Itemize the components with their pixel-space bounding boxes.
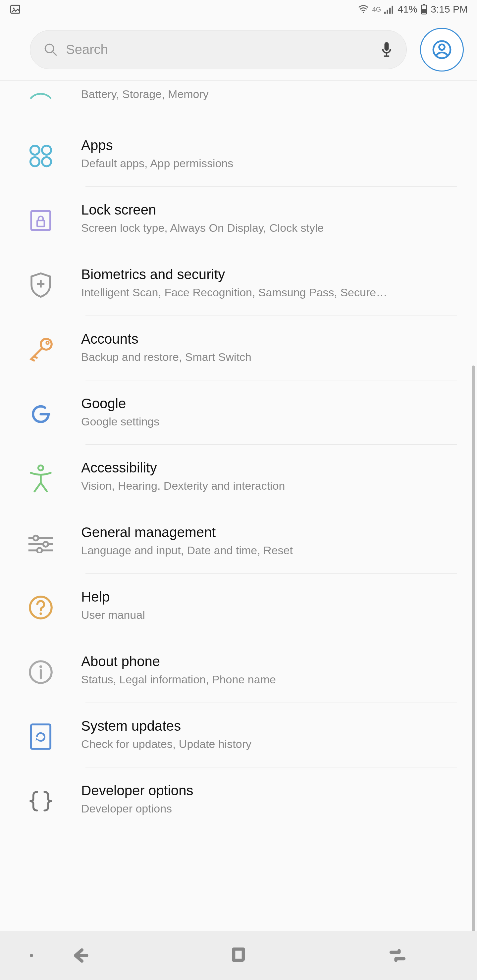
- svg-point-33: [43, 542, 48, 547]
- recents-button[interactable]: [318, 946, 477, 965]
- item-subtitle: Google settings: [81, 414, 437, 430]
- search-icon: [43, 42, 58, 57]
- settings-item-biometrics[interactable]: Biometrics and security Intelligent Scan…: [0, 251, 477, 315]
- svg-line-11: [53, 51, 56, 55]
- settings-item-system-updates[interactable]: System updates Check for updates, Update…: [0, 703, 477, 767]
- item-subtitle: Screen lock type, Always On Display, Clo…: [81, 221, 437, 236]
- svg-point-19: [30, 157, 39, 166]
- info-icon: [27, 659, 54, 686]
- settings-item-apps[interactable]: Apps Default apps, App permissions: [0, 122, 477, 186]
- item-title: Biometrics and security: [81, 267, 437, 282]
- svg-point-2: [362, 12, 364, 13]
- help-icon: [27, 594, 54, 621]
- clock-label: 3:15 PM: [431, 4, 468, 15]
- svg-rect-6: [392, 6, 394, 14]
- item-title: Help: [81, 589, 437, 605]
- signal-icon: [384, 5, 394, 14]
- apps-icon: [27, 142, 54, 170]
- gallery-icon: [9, 3, 21, 15]
- svg-point-18: [42, 146, 51, 154]
- back-button[interactable]: [0, 946, 159, 965]
- item-title: Google: [81, 396, 437, 412]
- battery-percent: 41%: [397, 4, 417, 15]
- item-title: Developer options: [81, 783, 437, 799]
- device-care-icon: [27, 81, 54, 108]
- svg-rect-41: [31, 724, 50, 749]
- scrollbar[interactable]: [472, 366, 475, 980]
- item-subtitle: Status, Legal information, Phone name: [81, 672, 437, 687]
- svg-rect-8: [423, 4, 425, 5]
- nav-dot: [30, 954, 33, 957]
- item-title: Apps: [81, 137, 437, 153]
- wifi-icon: [358, 4, 369, 14]
- item-subtitle: Battery, Storage, Memory: [81, 87, 437, 102]
- item-title: Lock screen: [81, 202, 437, 218]
- item-subtitle: User manual: [81, 608, 437, 623]
- settings-item-help[interactable]: Help User manual: [0, 574, 477, 638]
- settings-item-lock-screen[interactable]: Lock screen Screen lock type, Always On …: [0, 187, 477, 251]
- item-subtitle: Backup and restore, Smart Switch: [81, 350, 437, 365]
- accessibility-icon: [27, 465, 54, 492]
- item-subtitle: Developer options: [81, 801, 437, 816]
- settings-item-google[interactable]: Google Google settings: [0, 380, 477, 445]
- item-subtitle: Vision, Hearing, Dexterity and interacti…: [81, 479, 437, 494]
- svg-rect-5: [389, 8, 391, 14]
- svg-point-28: [38, 466, 43, 471]
- settings-item-about-phone[interactable]: About phone Status, Legal information, P…: [0, 638, 477, 703]
- svg-rect-3: [384, 12, 386, 14]
- item-subtitle: Intelligent Scan, Face Recognition, Sams…: [81, 285, 437, 300]
- nav-bar: [0, 931, 477, 980]
- settings-item-general-management[interactable]: General management Language and input, D…: [0, 509, 477, 573]
- svg-point-1: [13, 8, 14, 9]
- item-subtitle: Check for updates, Update history: [81, 737, 437, 752]
- svg-point-39: [39, 665, 42, 668]
- sliders-icon: [27, 530, 54, 557]
- item-subtitle: Language and input, Date and time, Reset: [81, 543, 437, 558]
- google-icon: [27, 401, 54, 428]
- mic-icon[interactable]: [380, 41, 393, 58]
- lock-screen-icon: [27, 207, 54, 234]
- svg-point-16: [439, 44, 445, 50]
- svg-rect-12: [384, 42, 389, 51]
- braces-icon: [27, 788, 54, 815]
- svg-point-20: [42, 157, 51, 166]
- settings-item-accessibility[interactable]: Accessibility Vision, Hearing, Dexterity…: [0, 445, 477, 509]
- settings-item-device-care[interactable]: Battery, Storage, Memory: [0, 81, 477, 122]
- network-type-label: 4G: [372, 6, 381, 13]
- item-title: About phone: [81, 654, 437, 670]
- svg-point-37: [40, 612, 42, 615]
- battery-icon: [421, 4, 427, 14]
- item-title: Accessibility: [81, 460, 437, 476]
- item-title: Accounts: [81, 331, 437, 347]
- settings-item-accounts[interactable]: Accounts Backup and restore, Smart Switc…: [0, 316, 477, 380]
- item-title: General management: [81, 525, 437, 540]
- search-input[interactable]: [66, 42, 372, 57]
- svg-point-26: [46, 341, 49, 344]
- update-icon: [27, 723, 54, 750]
- home-button[interactable]: [159, 946, 318, 965]
- shield-icon: [27, 272, 54, 299]
- search-field[interactable]: [30, 30, 407, 69]
- svg-rect-4: [387, 10, 389, 14]
- person-icon: [432, 40, 452, 60]
- svg-rect-22: [37, 221, 45, 226]
- key-icon: [27, 336, 54, 363]
- header: [0, 19, 477, 81]
- svg-point-35: [37, 548, 42, 553]
- item-title: System updates: [81, 718, 437, 734]
- svg-rect-9: [422, 9, 426, 13]
- status-bar: 4G 41% 3:15 PM: [0, 0, 477, 19]
- profile-button[interactable]: [420, 28, 464, 72]
- svg-point-17: [30, 146, 39, 154]
- settings-list: Battery, Storage, Memory Apps Default ap…: [0, 81, 477, 826]
- svg-point-31: [33, 536, 38, 541]
- settings-item-developer-options[interactable]: Developer options Developer options: [0, 767, 477, 826]
- item-subtitle: Default apps, App permissions: [81, 156, 437, 171]
